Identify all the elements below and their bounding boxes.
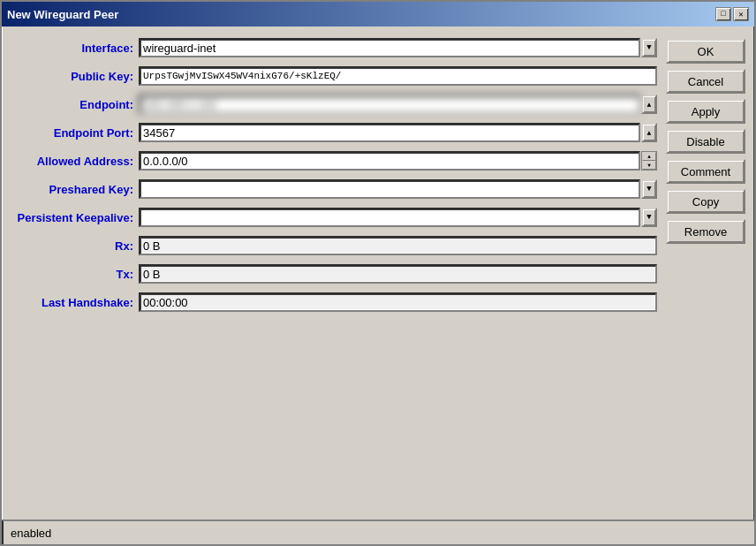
status-text: enabled	[11, 527, 51, 540]
dialog-window: New Wireguard Peer □ ✕ Interface: ▼ Publ…	[0, 0, 756, 546]
persistent-keepalive-dropdown-btn[interactable]: ▼	[641, 208, 657, 227]
endpoint-port-input-wrapper: ▲	[139, 123, 657, 142]
interface-label: Interface:	[11, 42, 139, 55]
persistent-keepalive-label: Persistent Keepalive:	[11, 211, 139, 224]
endpoint-port-input[interactable]	[139, 123, 640, 142]
public-key-row: Public Key:	[11, 64, 657, 88]
interface-row: Interface: ▼	[11, 35, 657, 60]
last-handshake-label: Last Handshake:	[11, 296, 139, 309]
cancel-button[interactable]: Cancel	[666, 69, 745, 94]
tx-label: Tx:	[11, 268, 139, 281]
title-bar: New Wireguard Peer □ ✕	[2, 2, 754, 27]
rx-input	[139, 236, 657, 255]
remove-button[interactable]: Remove	[666, 219, 745, 244]
tx-input-wrapper	[139, 264, 657, 284]
rx-label: Rx:	[11, 239, 139, 253]
ok-button[interactable]: OK	[666, 39, 745, 64]
comment-button[interactable]: Comment	[666, 159, 745, 184]
endpoint-port-row: Endpoint Port: ▲	[11, 120, 657, 145]
endpoint-row: Endpoint: ▲	[11, 92, 657, 117]
endpoint-input[interactable]	[139, 95, 640, 114]
status-bar: enabled	[2, 519, 754, 544]
copy-button[interactable]: Copy	[666, 189, 745, 214]
last-handshake-input	[139, 292, 657, 312]
public-key-input-wrapper	[139, 66, 657, 86]
dialog-content: Interface: ▼ Public Key: Endpoint: ▲	[2, 27, 754, 519]
interface-input[interactable]	[139, 38, 640, 57]
public-key-label: Public Key:	[11, 70, 139, 83]
interface-dropdown-btn[interactable]: ▼	[641, 38, 657, 57]
allowed-address-up-arrow[interactable]: ▲	[642, 152, 656, 161]
close-button[interactable]: ✕	[733, 7, 749, 21]
maximize-button[interactable]: □	[715, 7, 731, 21]
endpoint-port-label: Endpoint Port:	[11, 126, 139, 140]
endpoint-up-btn[interactable]: ▲	[641, 95, 657, 114]
persistent-keepalive-row: Persistent Keepalive: ▼	[11, 205, 657, 230]
buttons-area: OK Cancel Apply Disable Comment Copy Rem…	[666, 35, 745, 511]
preshared-key-row: Preshared Key: ▼	[11, 177, 657, 201]
allowed-address-input-wrapper: ▲ ▼	[139, 151, 657, 171]
public-key-input[interactable]	[139, 66, 657, 86]
endpoint-label: Endpoint:	[11, 98, 139, 111]
endpoint-port-up-btn[interactable]: ▲	[641, 123, 657, 142]
allowed-address-down-arrow[interactable]: ▼	[642, 161, 656, 170]
tx-row: Tx:	[11, 262, 657, 286]
allowed-address-label: Allowed Address:	[11, 155, 139, 168]
interface-input-wrapper: ▼	[139, 38, 657, 57]
preshared-key-input[interactable]	[139, 179, 640, 199]
disable-button[interactable]: Disable	[666, 129, 745, 154]
rx-row: Rx:	[11, 233, 657, 258]
apply-button[interactable]: Apply	[666, 99, 745, 124]
persistent-keepalive-input[interactable]	[139, 208, 640, 227]
tx-input	[139, 264, 657, 284]
allowed-address-ud-btn[interactable]: ▲ ▼	[641, 151, 657, 171]
form-area: Interface: ▼ Public Key: Endpoint: ▲	[11, 35, 657, 511]
preshared-key-label: Preshared Key:	[11, 183, 139, 196]
persistent-keepalive-input-wrapper: ▼	[139, 208, 657, 227]
dialog-title: New Wireguard Peer	[7, 8, 118, 21]
preshared-key-dropdown-btn[interactable]: ▼	[641, 179, 657, 199]
last-handshake-row: Last Handshake:	[11, 290, 657, 315]
allowed-address-row: Allowed Address: ▲ ▼	[11, 148, 657, 173]
last-handshake-input-wrapper	[139, 292, 657, 312]
rx-input-wrapper	[139, 236, 657, 255]
title-bar-buttons: □ ✕	[715, 7, 749, 21]
preshared-key-input-wrapper: ▼	[139, 179, 657, 199]
allowed-address-input[interactable]	[139, 151, 640, 171]
endpoint-input-wrapper: ▲	[139, 95, 657, 114]
